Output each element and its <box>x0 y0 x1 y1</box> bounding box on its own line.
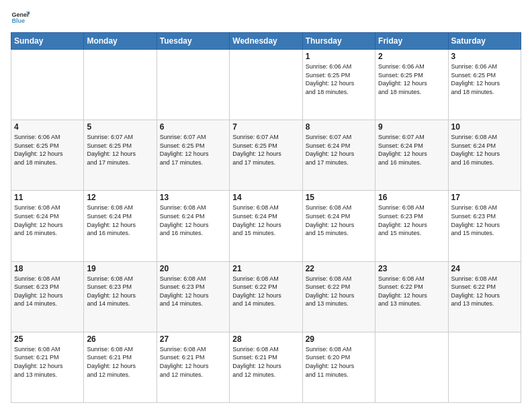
calendar-cell: 21Sunrise: 6:08 AM Sunset: 6:22 PM Dayli… <box>230 261 302 332</box>
calendar-cell <box>11 50 84 120</box>
week-row-4: 18Sunrise: 6:08 AM Sunset: 6:23 PM Dayli… <box>11 261 521 332</box>
calendar-cell: 19Sunrise: 6:08 AM Sunset: 6:23 PM Dayli… <box>84 261 157 332</box>
calendar-cell: 3Sunrise: 6:06 AM Sunset: 6:25 PM Daylig… <box>448 50 521 120</box>
calendar-cell: 28Sunrise: 6:08 AM Sunset: 6:21 PM Dayli… <box>230 332 302 402</box>
day-number: 28 <box>232 334 299 344</box>
calendar-cell: 23Sunrise: 6:08 AM Sunset: 6:22 PM Dayli… <box>375 261 448 332</box>
day-number: 27 <box>160 334 226 344</box>
logo-icon: General Blue <box>11 8 30 27</box>
day-info: Sunrise: 6:07 AM Sunset: 6:24 PM Dayligh… <box>378 133 445 167</box>
svg-text:Blue: Blue <box>11 17 25 24</box>
calendar-cell: 8Sunrise: 6:07 AM Sunset: 6:24 PM Daylig… <box>302 120 375 191</box>
day-info: Sunrise: 6:08 AM Sunset: 6:21 PM Dayligh… <box>87 345 153 379</box>
week-row-2: 4Sunrise: 6:06 AM Sunset: 6:25 PM Daylig… <box>11 120 521 191</box>
calendar-cell <box>375 332 448 402</box>
calendar-cell: 18Sunrise: 6:08 AM Sunset: 6:23 PM Dayli… <box>11 261 84 332</box>
day-info: Sunrise: 6:07 AM Sunset: 6:25 PM Dayligh… <box>232 133 299 167</box>
day-info: Sunrise: 6:08 AM Sunset: 6:22 PM Dayligh… <box>232 275 299 308</box>
calendar-table: SundayMondayTuesdayWednesdayThursdayFrid… <box>11 32 521 403</box>
calendar-cell: 13Sunrise: 6:08 AM Sunset: 6:24 PM Dayli… <box>157 191 229 261</box>
header: General Blue <box>11 8 521 27</box>
logo: General Blue <box>11 8 30 27</box>
calendar-cell <box>84 50 157 120</box>
day-info: Sunrise: 6:08 AM Sunset: 6:24 PM Dayligh… <box>160 203 226 237</box>
day-number: 29 <box>306 334 372 344</box>
weekday-header-tuesday: Tuesday <box>157 33 229 50</box>
day-number: 7 <box>232 122 299 132</box>
calendar-cell: 5Sunrise: 6:07 AM Sunset: 6:25 PM Daylig… <box>84 120 157 191</box>
calendar-cell <box>448 332 521 402</box>
day-number: 3 <box>451 52 518 61</box>
day-info: Sunrise: 6:08 AM Sunset: 6:23 PM Dayligh… <box>87 275 153 308</box>
calendar-cell: 22Sunrise: 6:08 AM Sunset: 6:22 PM Dayli… <box>302 261 375 332</box>
day-number: 21 <box>232 264 299 273</box>
calendar-cell: 25Sunrise: 6:08 AM Sunset: 6:21 PM Dayli… <box>11 332 84 402</box>
calendar-cell: 6Sunrise: 6:07 AM Sunset: 6:25 PM Daylig… <box>157 120 229 191</box>
day-info: Sunrise: 6:08 AM Sunset: 6:20 PM Dayligh… <box>306 345 372 379</box>
day-info: Sunrise: 6:08 AM Sunset: 6:21 PM Dayligh… <box>232 345 299 379</box>
week-row-5: 25Sunrise: 6:08 AM Sunset: 6:21 PM Dayli… <box>11 332 521 402</box>
day-info: Sunrise: 6:06 AM Sunset: 6:25 PM Dayligh… <box>14 133 81 167</box>
calendar-cell: 17Sunrise: 6:08 AM Sunset: 6:23 PM Dayli… <box>448 191 521 261</box>
day-number: 8 <box>306 122 372 132</box>
day-number: 17 <box>451 193 518 202</box>
day-number: 4 <box>14 122 81 132</box>
day-info: Sunrise: 6:08 AM Sunset: 6:23 PM Dayligh… <box>160 275 226 308</box>
day-info: Sunrise: 6:08 AM Sunset: 6:21 PM Dayligh… <box>14 345 81 379</box>
day-info: Sunrise: 6:08 AM Sunset: 6:23 PM Dayligh… <box>14 275 81 308</box>
calendar-cell: 12Sunrise: 6:08 AM Sunset: 6:24 PM Dayli… <box>84 191 157 261</box>
calendar-cell: 7Sunrise: 6:07 AM Sunset: 6:25 PM Daylig… <box>230 120 302 191</box>
day-info: Sunrise: 6:06 AM Sunset: 6:25 PM Dayligh… <box>451 62 518 96</box>
day-number: 22 <box>306 264 372 273</box>
week-row-1: 1Sunrise: 6:06 AM Sunset: 6:25 PM Daylig… <box>11 50 521 120</box>
calendar-cell: 20Sunrise: 6:08 AM Sunset: 6:23 PM Dayli… <box>157 261 229 332</box>
calendar-cell: 9Sunrise: 6:07 AM Sunset: 6:24 PM Daylig… <box>375 120 448 191</box>
calendar-cell: 10Sunrise: 6:08 AM Sunset: 6:24 PM Dayli… <box>448 120 521 191</box>
calendar-cell <box>157 50 229 120</box>
calendar-cell: 2Sunrise: 6:06 AM Sunset: 6:25 PM Daylig… <box>375 50 448 120</box>
calendar-cell <box>230 50 302 120</box>
day-info: Sunrise: 6:06 AM Sunset: 6:25 PM Dayligh… <box>378 62 445 96</box>
day-info: Sunrise: 6:08 AM Sunset: 6:24 PM Dayligh… <box>306 203 372 237</box>
day-number: 18 <box>14 264 81 273</box>
calendar-cell: 14Sunrise: 6:08 AM Sunset: 6:24 PM Dayli… <box>230 191 302 261</box>
weekday-header-row: SundayMondayTuesdayWednesdayThursdayFrid… <box>11 33 521 50</box>
day-info: Sunrise: 6:08 AM Sunset: 6:22 PM Dayligh… <box>378 275 445 308</box>
weekday-header-monday: Monday <box>84 33 157 50</box>
day-number: 11 <box>14 193 81 202</box>
day-number: 13 <box>160 193 226 202</box>
day-number: 15 <box>306 193 372 202</box>
day-number: 16 <box>378 193 445 202</box>
day-info: Sunrise: 6:08 AM Sunset: 6:23 PM Dayligh… <box>378 203 445 237</box>
day-number: 26 <box>87 334 153 344</box>
day-info: Sunrise: 6:08 AM Sunset: 6:23 PM Dayligh… <box>451 203 518 237</box>
weekday-header-friday: Friday <box>375 33 448 50</box>
page: General Blue SundayMondayTuesdayWednesda… <box>0 0 532 411</box>
calendar-cell: 4Sunrise: 6:06 AM Sunset: 6:25 PM Daylig… <box>11 120 84 191</box>
day-number: 9 <box>378 122 445 132</box>
weekday-header-saturday: Saturday <box>448 33 521 50</box>
day-info: Sunrise: 6:08 AM Sunset: 6:24 PM Dayligh… <box>451 133 518 167</box>
day-number: 12 <box>87 193 153 202</box>
day-info: Sunrise: 6:08 AM Sunset: 6:24 PM Dayligh… <box>232 203 299 237</box>
day-info: Sunrise: 6:08 AM Sunset: 6:21 PM Dayligh… <box>160 345 226 379</box>
day-info: Sunrise: 6:06 AM Sunset: 6:25 PM Dayligh… <box>306 62 372 96</box>
day-info: Sunrise: 6:07 AM Sunset: 6:24 PM Dayligh… <box>306 133 372 167</box>
calendar-cell: 26Sunrise: 6:08 AM Sunset: 6:21 PM Dayli… <box>84 332 157 402</box>
day-info: Sunrise: 6:08 AM Sunset: 6:22 PM Dayligh… <box>306 275 372 308</box>
day-number: 14 <box>232 193 299 202</box>
day-number: 24 <box>451 264 518 273</box>
day-number: 10 <box>451 122 518 132</box>
day-number: 2 <box>378 52 445 61</box>
calendar-cell: 15Sunrise: 6:08 AM Sunset: 6:24 PM Dayli… <box>302 191 375 261</box>
day-info: Sunrise: 6:08 AM Sunset: 6:22 PM Dayligh… <box>451 275 518 308</box>
day-info: Sunrise: 6:07 AM Sunset: 6:25 PM Dayligh… <box>160 133 226 167</box>
day-number: 19 <box>87 264 153 273</box>
day-number: 20 <box>160 264 226 273</box>
calendar-cell: 16Sunrise: 6:08 AM Sunset: 6:23 PM Dayli… <box>375 191 448 261</box>
calendar-cell: 11Sunrise: 6:08 AM Sunset: 6:24 PM Dayli… <box>11 191 84 261</box>
day-info: Sunrise: 6:08 AM Sunset: 6:24 PM Dayligh… <box>87 203 153 237</box>
day-number: 1 <box>306 52 372 61</box>
calendar-cell: 29Sunrise: 6:08 AM Sunset: 6:20 PM Dayli… <box>302 332 375 402</box>
calendar-cell: 1Sunrise: 6:06 AM Sunset: 6:25 PM Daylig… <box>302 50 375 120</box>
